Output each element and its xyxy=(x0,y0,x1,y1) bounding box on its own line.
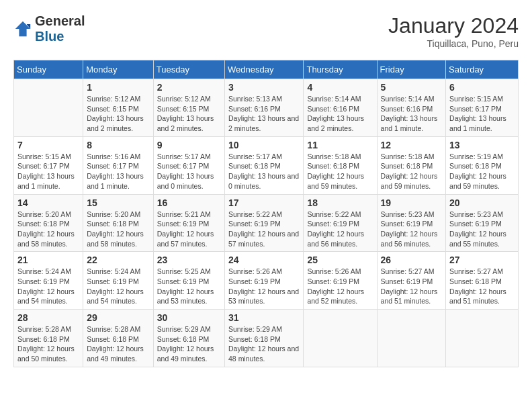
day-header-saturday: Saturday xyxy=(446,60,519,79)
calendar-cell: 30Sunrise: 5:29 AMSunset: 6:18 PMDayligh… xyxy=(153,310,224,367)
day-info: Sunrise: 5:14 AMSunset: 6:16 PMDaylight:… xyxy=(381,94,443,134)
calendar-cell: 1Sunrise: 5:12 AMSunset: 6:15 PMDaylight… xyxy=(83,79,153,137)
day-number: 20 xyxy=(449,197,515,208)
day-info: Sunrise: 5:17 AMSunset: 6:18 PMDaylight:… xyxy=(228,152,300,191)
day-info: Sunrise: 5:19 AMSunset: 6:18 PMDaylight:… xyxy=(449,152,515,191)
day-number: 31 xyxy=(228,312,300,323)
day-info: Sunrise: 5:12 AMSunset: 6:15 PMDaylight:… xyxy=(87,94,149,134)
day-number: 14 xyxy=(17,197,79,208)
day-number: 10 xyxy=(228,140,300,150)
calendar-cell xyxy=(304,310,377,367)
subtitle: Tiquillaca, Puno, Peru xyxy=(388,38,519,49)
calendar-cell: 29Sunrise: 5:28 AMSunset: 6:18 PMDayligh… xyxy=(83,310,153,367)
day-number: 4 xyxy=(307,82,373,93)
day-number: 21 xyxy=(17,255,79,265)
day-info: Sunrise: 5:26 AMSunset: 6:19 PMDaylight:… xyxy=(307,267,373,306)
day-info: Sunrise: 5:28 AMSunset: 6:18 PMDaylight:… xyxy=(87,324,149,364)
calendar-week-row: 7Sunrise: 5:15 AMSunset: 6:17 PMDaylight… xyxy=(14,136,519,194)
calendar-cell: 11Sunrise: 5:18 AMSunset: 6:18 PMDayligh… xyxy=(304,136,377,194)
day-info: Sunrise: 5:27 AMSunset: 6:19 PMDaylight:… xyxy=(381,267,443,306)
day-number: 11 xyxy=(307,140,373,150)
day-number: 6 xyxy=(449,82,515,93)
svg-marker-0 xyxy=(15,21,30,36)
day-number: 16 xyxy=(157,197,221,208)
day-number: 17 xyxy=(228,197,300,208)
day-header-sunday: Sunday xyxy=(14,60,83,79)
day-number: 23 xyxy=(157,255,221,265)
day-number: 29 xyxy=(87,312,149,323)
day-number: 5 xyxy=(381,82,443,93)
day-number: 7 xyxy=(17,140,79,150)
day-info: Sunrise: 5:12 AMSunset: 6:15 PMDaylight:… xyxy=(157,94,221,134)
day-info: Sunrise: 5:29 AMSunset: 6:18 PMDaylight:… xyxy=(157,324,221,364)
day-info: Sunrise: 5:24 AMSunset: 6:19 PMDaylight:… xyxy=(17,267,79,306)
calendar-cell: 6Sunrise: 5:15 AMSunset: 6:17 PMDaylight… xyxy=(446,79,519,137)
calendar-cell: 5Sunrise: 5:14 AMSunset: 6:16 PMDaylight… xyxy=(377,79,446,137)
main-title: January 2024 xyxy=(388,13,519,38)
day-number: 8 xyxy=(87,140,149,150)
day-header-wednesday: Wednesday xyxy=(225,60,304,79)
calendar-week-row: 14Sunrise: 5:20 AMSunset: 6:18 PMDayligh… xyxy=(14,194,519,252)
calendar-cell: 27Sunrise: 5:27 AMSunset: 6:18 PMDayligh… xyxy=(446,252,519,310)
calendar-cell: 2Sunrise: 5:12 AMSunset: 6:15 PMDaylight… xyxy=(153,79,224,137)
day-number: 9 xyxy=(157,140,221,150)
day-info: Sunrise: 5:22 AMSunset: 6:19 PMDaylight:… xyxy=(228,210,300,249)
day-info: Sunrise: 5:14 AMSunset: 6:16 PMDaylight:… xyxy=(307,94,373,134)
day-info: Sunrise: 5:22 AMSunset: 6:19 PMDaylight:… xyxy=(307,210,373,249)
day-info: Sunrise: 5:21 AMSunset: 6:19 PMDaylight:… xyxy=(157,210,221,249)
day-info: Sunrise: 5:23 AMSunset: 6:19 PMDaylight:… xyxy=(381,210,443,249)
day-number: 15 xyxy=(87,197,149,208)
calendar-cell: 7Sunrise: 5:15 AMSunset: 6:17 PMDaylight… xyxy=(14,136,83,194)
calendar-cell: 13Sunrise: 5:19 AMSunset: 6:18 PMDayligh… xyxy=(446,136,519,194)
logo-text: General Blue xyxy=(35,13,85,44)
title-block: January 2024 Tiquillaca, Puno, Peru xyxy=(388,13,519,49)
calendar-cell: 17Sunrise: 5:22 AMSunset: 6:19 PMDayligh… xyxy=(225,194,304,252)
calendar-week-row: 1Sunrise: 5:12 AMSunset: 6:15 PMDaylight… xyxy=(14,79,519,137)
calendar-cell xyxy=(446,310,519,367)
calendar-cell: 25Sunrise: 5:26 AMSunset: 6:19 PMDayligh… xyxy=(304,252,377,310)
calendar-cell: 8Sunrise: 5:16 AMSunset: 6:17 PMDaylight… xyxy=(83,136,153,194)
day-number: 26 xyxy=(381,255,443,265)
day-number: 1 xyxy=(87,82,149,93)
day-info: Sunrise: 5:26 AMSunset: 6:19 PMDaylight:… xyxy=(228,267,300,306)
calendar-cell: 19Sunrise: 5:23 AMSunset: 6:19 PMDayligh… xyxy=(377,194,446,252)
calendar-header-row: SundayMondayTuesdayWednesdayThursdayFrid… xyxy=(14,60,519,79)
calendar-cell: 16Sunrise: 5:21 AMSunset: 6:19 PMDayligh… xyxy=(153,194,224,252)
logo-blue: Blue xyxy=(35,29,64,44)
day-info: Sunrise: 5:25 AMSunset: 6:19 PMDaylight:… xyxy=(157,267,221,306)
day-info: Sunrise: 5:16 AMSunset: 6:17 PMDaylight:… xyxy=(87,152,149,191)
calendar-cell: 24Sunrise: 5:26 AMSunset: 6:19 PMDayligh… xyxy=(225,252,304,310)
logo: General Blue xyxy=(13,13,85,44)
day-number: 12 xyxy=(381,140,443,150)
calendar-cell: 15Sunrise: 5:20 AMSunset: 6:18 PMDayligh… xyxy=(83,194,153,252)
calendar-cell xyxy=(377,310,446,367)
day-info: Sunrise: 5:18 AMSunset: 6:18 PMDaylight:… xyxy=(307,152,373,191)
day-info: Sunrise: 5:20 AMSunset: 6:18 PMDaylight:… xyxy=(17,210,79,249)
day-info: Sunrise: 5:27 AMSunset: 6:18 PMDaylight:… xyxy=(449,267,515,306)
day-header-monday: Monday xyxy=(83,60,153,79)
calendar-cell: 26Sunrise: 5:27 AMSunset: 6:19 PMDayligh… xyxy=(377,252,446,310)
day-number: 25 xyxy=(307,255,373,265)
day-info: Sunrise: 5:28 AMSunset: 6:18 PMDaylight:… xyxy=(17,324,79,364)
calendar-cell: 23Sunrise: 5:25 AMSunset: 6:19 PMDayligh… xyxy=(153,252,224,310)
logo-general: General xyxy=(35,13,85,28)
day-number: 3 xyxy=(228,82,300,93)
day-info: Sunrise: 5:23 AMSunset: 6:19 PMDaylight:… xyxy=(449,210,515,249)
day-number: 2 xyxy=(157,82,221,93)
calendar-cell: 18Sunrise: 5:22 AMSunset: 6:19 PMDayligh… xyxy=(304,194,377,252)
day-info: Sunrise: 5:13 AMSunset: 6:16 PMDaylight:… xyxy=(228,94,300,134)
logo-icon xyxy=(13,19,32,38)
day-number: 28 xyxy=(17,312,79,323)
day-number: 30 xyxy=(157,312,221,323)
calendar-week-row: 28Sunrise: 5:28 AMSunset: 6:18 PMDayligh… xyxy=(14,310,519,367)
calendar-table: SundayMondayTuesdayWednesdayThursdayFrid… xyxy=(13,60,519,367)
day-info: Sunrise: 5:20 AMSunset: 6:18 PMDaylight:… xyxy=(87,210,149,249)
calendar-cell: 21Sunrise: 5:24 AMSunset: 6:19 PMDayligh… xyxy=(14,252,83,310)
calendar-cell: 12Sunrise: 5:18 AMSunset: 6:18 PMDayligh… xyxy=(377,136,446,194)
day-number: 24 xyxy=(228,255,300,265)
day-number: 22 xyxy=(87,255,149,265)
calendar-cell: 14Sunrise: 5:20 AMSunset: 6:18 PMDayligh… xyxy=(14,194,83,252)
calendar-cell: 4Sunrise: 5:14 AMSunset: 6:16 PMDaylight… xyxy=(304,79,377,137)
day-number: 19 xyxy=(381,197,443,208)
day-number: 13 xyxy=(449,140,515,150)
